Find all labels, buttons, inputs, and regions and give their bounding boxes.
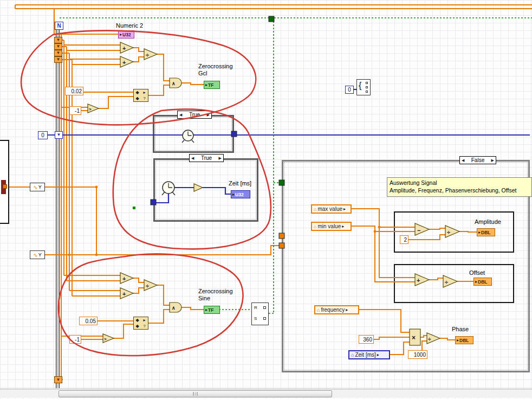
svg-text:÷: ÷ xyxy=(445,279,448,285)
svg-text:÷: ÷ xyxy=(447,229,450,235)
indicator-arrow-icon: ▸ xyxy=(205,307,207,312)
numeric2-label: Numeric 2 xyxy=(116,22,143,29)
tunnel-orange-1 xyxy=(279,233,284,239)
wire-junctions xyxy=(68,186,381,256)
const-360[interactable]: 360 xyxy=(359,335,374,344)
zeit-local[interactable]: ⌂ Zeit [ms] ▸ xyxy=(348,350,390,359)
loop-count-terminal[interactable]: N xyxy=(55,22,63,30)
compare-node-1[interactable]: ◆ ▸ ◆ ? xyxy=(133,89,148,102)
case1-selector-value: True xyxy=(189,112,200,118)
const-neg1-bottom[interactable]: -1 xyxy=(69,335,81,344)
const-neg1-top[interactable]: -1 xyxy=(69,106,81,115)
const-0-05[interactable]: 0.05 xyxy=(79,317,98,325)
scrollbar-grip xyxy=(197,392,198,396)
shift-register-bottom[interactable]: ▼ xyxy=(54,376,62,383)
convert-node[interactable] xyxy=(194,184,203,191)
array-dot xyxy=(366,91,368,93)
shift-register-2[interactable]: ▼ xyxy=(54,43,62,50)
svg-text:+: + xyxy=(122,275,126,282)
left-arrow-icon[interactable]: ◀ xyxy=(191,156,194,160)
left-arrow-icon[interactable]: ◀ xyxy=(462,158,464,163)
const-zero-topright[interactable]: 0 xyxy=(345,86,354,94)
compare-node-2[interactable]: ◆ ▸ ◆ ? xyxy=(133,317,148,330)
shift-register-3[interactable]: ▼ xyxy=(54,50,62,56)
tunnel-green-top xyxy=(269,16,274,22)
max-value-local[interactable]: ⌂ max value ▸ xyxy=(311,204,352,214)
offset-label: Offset xyxy=(469,269,485,276)
down-triangle-icon: ▼ xyxy=(57,133,61,137)
phase-label: Phase xyxy=(452,326,469,333)
shift-register-1[interactable]: ▼ xyxy=(54,37,62,43)
house-icon: ⌂ xyxy=(314,207,316,212)
frequency-local[interactable]: ⌂ frequency ▸ xyxy=(314,305,359,314)
right-arrow-icon[interactable]: ▶ xyxy=(491,158,494,163)
left-arrow-icon[interactable]: ◀ xyxy=(179,113,182,117)
zerocrossing-sine-line2: Sine xyxy=(198,295,233,302)
zeit-type: U32 xyxy=(235,192,244,197)
amplitude-terminal[interactable]: ▸ DBL xyxy=(477,228,495,236)
rs-flipflop-node[interactable]: R S xyxy=(251,303,269,325)
diamond-icon: ◆ xyxy=(135,324,139,329)
curly-icon: { xyxy=(359,81,361,91)
down-triangle-icon: ▼ xyxy=(56,378,61,382)
const-zero-left[interactable]: 0 xyxy=(38,131,48,139)
const-1000[interactable]: 1000 xyxy=(408,350,427,359)
indicator-arrow-icon: ▸ xyxy=(143,318,145,323)
numeric2-terminal[interactable]: ▸ U32 xyxy=(118,30,134,38)
tunnel-green-bigcase xyxy=(279,180,284,185)
min-value-local[interactable]: ⌂ min value ▸ xyxy=(311,222,352,231)
waveform-icon: ∿ xyxy=(33,252,37,258)
wait-ms-clock-2[interactable] xyxy=(162,182,175,195)
diamond-icon: ◆ xyxy=(135,96,139,101)
zeit-terminal[interactable]: ▸ U32 xyxy=(231,190,250,198)
waveform-y-terminal-2[interactable]: ∿ Y xyxy=(30,250,45,259)
const-0-02[interactable]: 0.02 xyxy=(65,87,83,95)
numeric2-type: U32 xyxy=(122,32,131,37)
zerocrossing-sine-terminal[interactable]: ▸ TF xyxy=(204,306,220,314)
phase-terminal[interactable]: ▸ DBL xyxy=(455,336,473,344)
indicator-arrow-icon: ▸ xyxy=(377,352,379,357)
array-function-icon[interactable]: { xyxy=(356,79,371,95)
zerocrossing-sine-line1: Zerocrossing xyxy=(198,288,233,295)
amplitude-label: Amplitude xyxy=(475,218,501,226)
case2-selector-value: True xyxy=(201,155,212,161)
indicator-arrow-icon: ▸ xyxy=(205,82,207,87)
zerocrossing-gcl-terminal[interactable]: ▸ TF xyxy=(204,81,220,89)
right-case-selector-value: False xyxy=(471,157,484,163)
zerocrossing-gcl-line2: Gcl xyxy=(198,70,233,77)
loop-count-label: N xyxy=(57,23,61,29)
right-arrow-icon[interactable]: ▶ xyxy=(207,113,210,117)
diamond-icon: ◆ xyxy=(135,318,139,323)
case1-selector[interactable]: ◀ True ▶ xyxy=(177,111,212,119)
shift-register-4[interactable]: ▼ xyxy=(54,56,62,63)
indicator-arrow-icon: ▸ xyxy=(343,207,346,211)
svg-text:+: + xyxy=(122,59,126,66)
comment-line2: Amplitude, Frequenz, Phasenverschiebung,… xyxy=(390,186,529,194)
case2-selector[interactable]: ◀ True ▶ xyxy=(189,154,224,162)
max-value-label: max value xyxy=(317,206,342,212)
tunnel-orange-2 xyxy=(279,243,284,248)
const-two[interactable]: 2 xyxy=(400,235,408,244)
wait-ms-clock-1[interactable] xyxy=(182,130,194,143)
indicator-arrow-icon: ▸ xyxy=(232,192,235,197)
scrollbar-grip xyxy=(193,392,194,396)
index-terminal[interactable]: ▼ xyxy=(55,131,63,139)
horizontal-scrollbar-thumb[interactable] xyxy=(59,390,332,397)
scrollbar-grip xyxy=(195,392,196,396)
indicator-arrow-icon: ▸ xyxy=(478,230,481,235)
dbl-label: DBL xyxy=(478,279,487,285)
svg-text:+: + xyxy=(122,291,126,297)
diamond-icon: ◆ xyxy=(135,90,139,95)
zerocrossing-gcl-label: Zerocrossing Gcl xyxy=(198,63,233,77)
house-icon: ⌂ xyxy=(314,224,316,229)
offset-terminal[interactable]: ▸ DBL xyxy=(473,278,492,286)
horizontal-scrollbar-track[interactable] xyxy=(0,389,532,398)
tunnel-blue-case2 xyxy=(151,200,156,205)
right-case-selector[interactable]: ◀ False ▶ xyxy=(459,156,496,164)
tf-label: TF xyxy=(208,307,213,313)
rs-input-square xyxy=(263,306,266,309)
waveform-y-terminal-1[interactable]: ∿ Y xyxy=(30,183,45,191)
svg-text:∧: ∧ xyxy=(172,81,176,86)
wire-junction-green xyxy=(133,207,135,209)
right-arrow-icon[interactable]: ▶ xyxy=(219,156,222,160)
